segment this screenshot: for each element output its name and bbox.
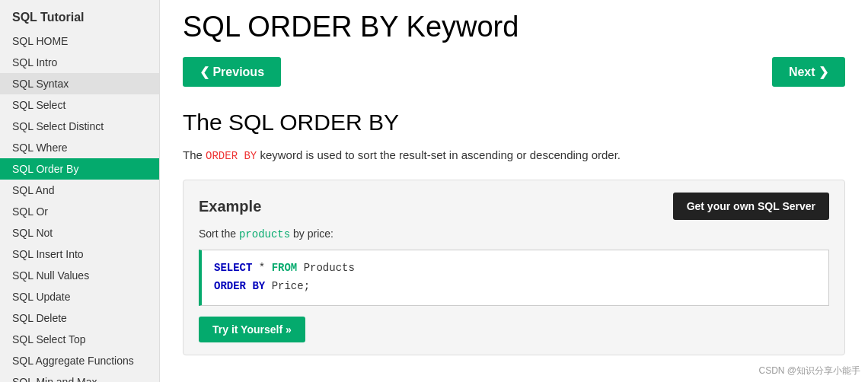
sidebar-item-sql-delete[interactable]: SQL Delete	[0, 307, 159, 329]
sidebar-item-sql-or[interactable]: SQL Or	[0, 201, 159, 222]
code-block: SELECT * FROM Products ORDER BY Price;	[199, 250, 829, 306]
sidebar-item-sql-where[interactable]: SQL Where	[0, 137, 159, 158]
section-title: The SQL ORDER BY	[183, 110, 845, 135]
from-keyword: FROM	[272, 262, 298, 274]
star-token: *	[259, 262, 272, 274]
sidebar-item-sql-home[interactable]: SQL HOME	[0, 30, 159, 52]
example-header: Example Get your own SQL Server	[199, 193, 829, 220]
sidebar-item-sql-select-top[interactable]: SQL Select Top	[0, 329, 159, 350]
sidebar: SQL Tutorial SQL HOMESQL IntroSQL Syntax…	[0, 0, 160, 382]
example-label: Example	[199, 198, 261, 215]
example-desc: Sort the products by price:	[199, 228, 829, 240]
sidebar-item-sql-select-distinct[interactable]: SQL Select Distinct	[0, 116, 159, 137]
code-line-1: SELECT * FROM Products	[214, 259, 816, 278]
sidebar-item-sql-insert-into[interactable]: SQL Insert Into	[0, 244, 159, 265]
sidebar-item-sql-not[interactable]: SQL Not	[0, 222, 159, 244]
sql-server-button[interactable]: Get your own SQL Server	[673, 193, 829, 220]
sidebar-item-sql-null-values[interactable]: SQL Null Values	[0, 265, 159, 286]
main-content: SQL ORDER BY Keyword ❮ Previous Next ❯ T…	[160, 0, 868, 382]
price-token: Price;	[272, 280, 310, 292]
orderby-code-keyword: ORDER BY	[214, 280, 265, 292]
orderby-keyword: ORDER BY	[206, 150, 257, 162]
sidebar-item-sql-update[interactable]: SQL Update	[0, 286, 159, 307]
prev-button[interactable]: ❮ Previous	[183, 57, 281, 87]
watermark: CSDN @知识分享小能手	[758, 364, 860, 377]
products-ref: products	[239, 228, 290, 240]
try-it-button[interactable]: Try it Yourself »	[199, 317, 305, 342]
description-text: The ORDER BY keyword is used to sort the…	[183, 146, 845, 164]
sidebar-item-sql-and[interactable]: SQL And	[0, 180, 159, 201]
sidebar-title: SQL Tutorial	[0, 3, 159, 30]
table-name: Products	[304, 262, 355, 274]
example-box: Example Get your own SQL Server Sort the…	[183, 180, 845, 355]
select-keyword: SELECT	[214, 262, 252, 274]
sidebar-items-container: SQL HOMESQL IntroSQL SyntaxSQL SelectSQL…	[0, 30, 159, 382]
sidebar-item-sql-min-and-max[interactable]: SQL Min and Max	[0, 371, 159, 382]
next-button[interactable]: Next ❯	[772, 57, 845, 87]
sidebar-item-sql-syntax[interactable]: SQL Syntax	[0, 73, 159, 94]
nav-buttons: ❮ Previous Next ❯	[183, 57, 845, 87]
code-line-2: ORDER BY Price;	[214, 278, 816, 296]
page-title: SQL ORDER BY Keyword	[183, 11, 845, 43]
sidebar-item-sql-order-by[interactable]: SQL Order By	[0, 158, 159, 180]
sidebar-item-sql-select[interactable]: SQL Select	[0, 94, 159, 116]
sidebar-item-sql-intro[interactable]: SQL Intro	[0, 52, 159, 73]
sidebar-item-sql-aggregate-functions[interactable]: SQL Aggregate Functions	[0, 350, 159, 371]
